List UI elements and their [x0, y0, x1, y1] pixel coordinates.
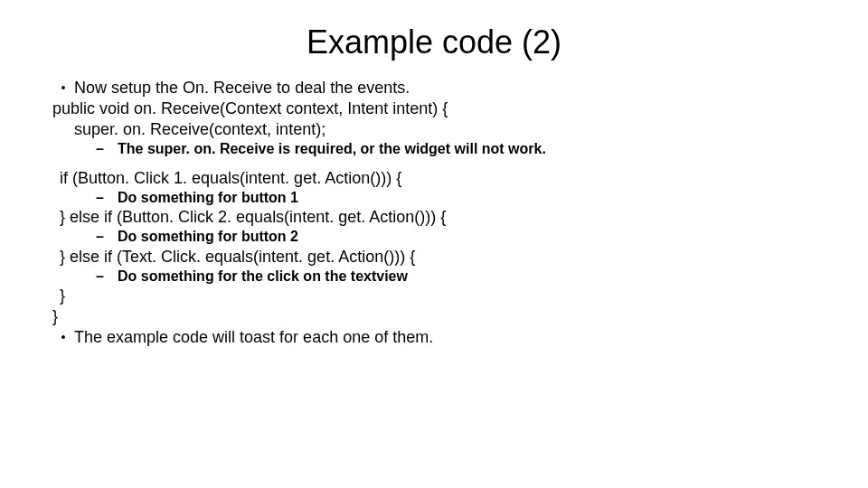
dash-icon: – [96, 140, 118, 158]
sub-bullet-4: – Do something for the click on the text… [60, 267, 868, 286]
slide-content: • Now setup the On. Receive to deal the … [0, 78, 868, 348]
code-line-5: } else if (Text. Click. equals(intent. g… [60, 247, 868, 267]
sub-bullet-3-text: Do something for button 2 [118, 228, 868, 246]
code-line-4: } else if (Button. Click 2. equals(inten… [60, 207, 868, 228]
dash-icon: – [96, 189, 118, 207]
code-line-2: super. on. Receive(context, intent); [52, 119, 868, 140]
bullet-dot-icon: • [52, 78, 74, 98]
sub-bullet-2: – Do something for button 1 [60, 189, 868, 207]
dash-icon: – [96, 228, 118, 246]
code-line-3: if (Button. Click 1. equals(intent. get.… [60, 168, 868, 189]
bullet-dot-icon: • [52, 327, 74, 347]
bullet-2: • The example code will toast for each o… [52, 327, 868, 348]
code-line-6: } [60, 286, 868, 306]
bullet-2-text: The example code will toast for each one… [74, 327, 868, 348]
slide-title: Example code (2) [0, 0, 868, 78]
code-line-1: public void on. Receive(Context context,… [52, 99, 868, 119]
sub-bullet-2-text: Do something for button 1 [118, 189, 868, 207]
sub-bullet-3: – Do something for button 2 [60, 228, 868, 246]
bullet-1-text: Now setup the On. Receive to deal the ev… [74, 78, 868, 99]
code-line-7: } [52, 306, 868, 327]
dash-icon: – [96, 267, 118, 286]
sub-bullet-1: – The super. on. Receive is required, or… [52, 140, 868, 158]
sub-bullet-1-text: The super. on. Receive is required, or t… [118, 140, 868, 158]
bullet-1: • Now setup the On. Receive to deal the … [52, 78, 868, 99]
sub-bullet-4-text: Do something for the click on the textvi… [118, 267, 868, 286]
